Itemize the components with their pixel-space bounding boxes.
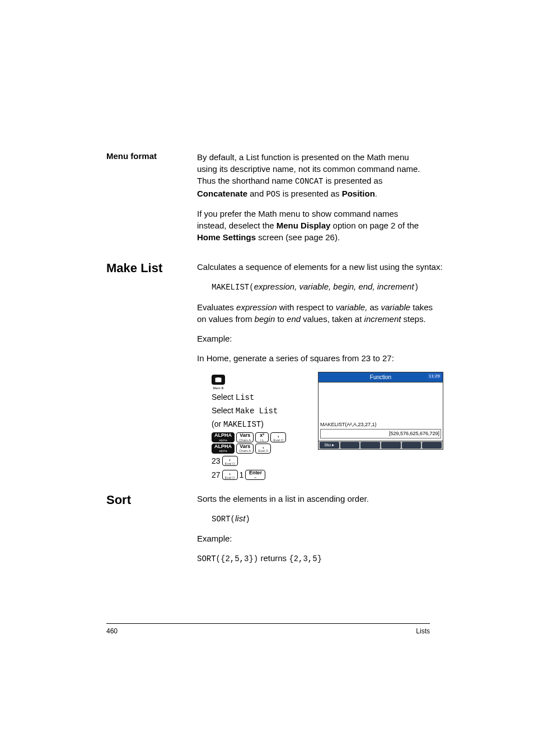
step-or: (or MAKELIST) <box>212 418 312 431</box>
ital: expression <box>236 302 277 312</box>
bold-menu-display: Menu Display <box>277 221 331 230</box>
example-row: Mem B Select List Select Make List (or M… <box>197 372 443 483</box>
section-label-col: Make List <box>106 261 197 483</box>
code-concat: CONCAT <box>295 177 323 186</box>
calc-input: MAKELIST(A²,A,23,27,1) <box>320 421 441 428</box>
text: ) <box>261 419 264 428</box>
text: . <box>375 189 377 198</box>
key-main: ALPHA <box>214 444 232 449</box>
syntax-params: expression, variable, begin, end, increm… <box>254 282 414 291</box>
calc-menu-blank <box>340 442 360 449</box>
key-main: Vars <box>239 433 251 438</box>
key-sub: alpha <box>214 449 232 452</box>
num-23: 23 <box>212 455 221 468</box>
section-label: Sort <box>106 493 197 507</box>
num-1: 1 <box>240 469 244 482</box>
make-list-syntax: MAKELIST(expression, variable, begin, en… <box>197 281 443 293</box>
toolbox-icon <box>212 375 225 385</box>
calculator-screenshot: Function 11:29 MAKELIST(A²,A,23,27,1) [5… <box>318 372 443 450</box>
calc-body: MAKELIST(A²,A,23,27,1) [529,576,625,676,… <box>318 382 443 441</box>
text: as <box>367 302 381 312</box>
section-label-col: Sort <box>106 493 197 573</box>
num-27: 27 <box>212 469 221 482</box>
make-list-intro: Calculates a sequence of elements for a … <box>197 261 443 273</box>
key-main: x² <box>258 433 266 438</box>
ital: increment <box>364 314 401 324</box>
step-keys-4: 27 ,Eval O 1 Enter≈ <box>212 469 312 482</box>
page-number: 460 <box>106 627 118 635</box>
enter-key-icon: Enter≈ <box>245 470 265 480</box>
text: steps. <box>401 314 425 324</box>
xsquared-key-icon: x²i L <box>255 432 269 442</box>
section-label: Menu format <box>106 151 197 161</box>
menu-format-p2: If you prefer the Math menu to show comm… <box>197 208 430 243</box>
key-sub: i L <box>258 438 266 442</box>
sort-syntax: SORT(list) <box>197 512 430 525</box>
code: {2,3,5} <box>289 554 322 563</box>
key-main: Vars <box>239 444 251 449</box>
code: ) <box>414 283 419 292</box>
key-sub: Eval O <box>225 476 235 479</box>
ital: variable <box>381 302 411 312</box>
calc-menu-blank <box>402 442 421 449</box>
ital: variable, <box>336 302 368 312</box>
key-sub: Chars A <box>239 449 251 452</box>
calc-result: [529,576,625,676,729] <box>320 429 441 438</box>
code: ) <box>245 515 250 524</box>
section-label: Make List <box>106 261 197 276</box>
text: returns <box>258 553 289 563</box>
code-pos: POS <box>266 190 280 199</box>
make-list-desc: Evaluates expression with respect to var… <box>197 301 443 325</box>
page-content: Menu format By default, a List function … <box>106 151 430 583</box>
comma-key-icon: ,Eval O <box>222 456 238 466</box>
text: values, taken at <box>301 314 364 324</box>
section-sort: Sort Sorts the elements in a list in asc… <box>106 493 430 573</box>
bold-position: Position <box>342 189 375 198</box>
vars-key-icon: VarsChars A <box>236 444 254 454</box>
bold-concatenate: Concatenate <box>197 189 247 198</box>
text: screen (see page 26). <box>256 232 340 242</box>
page-footer: 460 Lists <box>106 623 430 635</box>
text: Select <box>212 406 236 415</box>
section-menu-format: Menu format By default, a List function … <box>106 151 430 251</box>
calc-menu-blank <box>360 442 380 449</box>
text: Evaluates <box>197 302 236 312</box>
key-main: ALPHA <box>214 433 232 438</box>
section-body: By default, a List function is presented… <box>197 151 430 251</box>
key-main: , <box>225 470 235 475</box>
code: MAKELIST <box>223 420 261 429</box>
calc-sto-button: Sto ▸ <box>320 442 339 449</box>
key-main: , <box>225 456 235 461</box>
alpha-key-icon: ALPHAalpha <box>212 444 235 454</box>
section-body: Sorts the elements in a list in ascendin… <box>197 493 430 573</box>
step-toolbox: Mem B <box>212 373 312 390</box>
bold-home-settings: Home Settings <box>197 232 256 242</box>
code: SORT({2,5,3}) <box>197 554 258 563</box>
key-sub: ≈ <box>248 476 263 479</box>
step-keys-3: 23 ,Eval O <box>212 455 312 468</box>
section-body: Calculates a sequence of elements for a … <box>197 261 443 483</box>
key-sub: Eval O <box>258 449 268 452</box>
alpha-key-icon: ALPHAalpha <box>212 432 235 442</box>
calc-title: Function <box>370 374 391 381</box>
calc-menu-blank <box>381 442 401 449</box>
calc-menu: Sto ▸ <box>318 441 443 449</box>
calc-entry: MAKELIST(A²,A,23,27,1) [529,576,625,676,… <box>320 421 441 438</box>
key-sub: Eval O <box>225 462 235 465</box>
text: (or <box>212 419 223 428</box>
calc-header: Function 11:29 <box>318 372 443 382</box>
step-keys-1: ALPHAalpha VarsChars A x²i L ,Eval O <box>212 432 312 442</box>
section-make-list: Make List Calculates a sequence of eleme… <box>106 261 430 483</box>
step-select-makelist: Select Make List <box>212 404 312 418</box>
ital: begin <box>255 314 275 324</box>
text: is presented as <box>324 176 383 185</box>
key-sub: alpha <box>214 438 232 442</box>
key-main: Enter <box>248 470 263 475</box>
text: to <box>275 314 287 324</box>
ital: end <box>287 314 301 324</box>
comma-key-icon: ,Eval O <box>270 432 286 442</box>
key-main: , <box>258 444 268 449</box>
toolbox-sub: Mem B <box>212 386 225 390</box>
step-keys-2: ALPHAalpha VarsChars A ,Eval O <box>212 444 312 454</box>
code: MAKELIST( <box>212 283 254 292</box>
